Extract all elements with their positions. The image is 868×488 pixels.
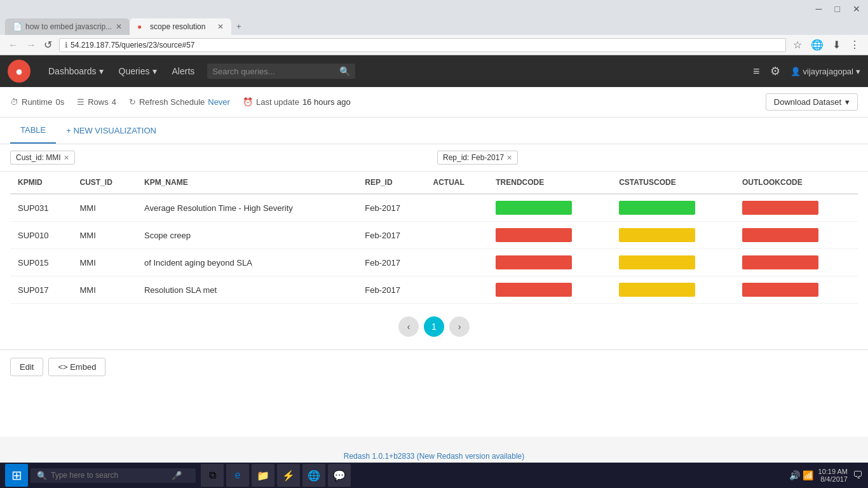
cust-filter-remove[interactable]: ✕ bbox=[64, 154, 69, 162]
alerts-label: Alerts bbox=[172, 66, 195, 76]
extension-1[interactable]: 🌐 bbox=[808, 37, 827, 52]
tab-table[interactable]: TABLE bbox=[10, 118, 56, 144]
tab-title-2: scope resolution bbox=[150, 22, 205, 31]
cell-outlookcode bbox=[735, 194, 858, 222]
download-dataset-button[interactable]: Download Dataset ▾ bbox=[766, 93, 858, 111]
cell-rep-id: Feb-2017 bbox=[357, 222, 425, 249]
page-1-button[interactable]: 1 bbox=[424, 316, 444, 337]
cell-kpm-name: Scope creep bbox=[137, 222, 357, 249]
dashboards-chevron: ▾ bbox=[99, 66, 104, 76]
menu-button[interactable]: ⋮ bbox=[846, 37, 863, 52]
queries-menu[interactable]: Queries ▾ bbox=[111, 55, 165, 87]
tab-close-1[interactable]: ✕ bbox=[116, 22, 122, 31]
cell-trendcode bbox=[488, 194, 611, 222]
start-button[interactable]: ⊞ bbox=[5, 464, 28, 482]
taskbar-app-taskview[interactable]: ⧉ bbox=[201, 464, 224, 482]
brand-icon: ● bbox=[15, 64, 23, 79]
taskbar-time: 10:19 AM bbox=[818, 468, 848, 475]
browser-nav-buttons[interactable]: ← → ↺ bbox=[5, 37, 55, 52]
cust-filter-tag[interactable]: Cust_id: MMI ✕ bbox=[10, 151, 75, 165]
taskbar-clock: 10:19 AM 8/4/2017 bbox=[818, 468, 848, 482]
cell-kpm-name: Resolution SLA met bbox=[137, 276, 357, 304]
cell-rep-id: Feb-2017 bbox=[357, 194, 425, 222]
cell-outlookcode bbox=[735, 276, 858, 304]
alerts-menu[interactable]: Alerts bbox=[165, 55, 203, 87]
back-button[interactable]: ← bbox=[5, 37, 22, 52]
navbar: ● Dashboards ▾ Queries ▾ Alerts 🔍 ≡ ⚙ 👤 … bbox=[0, 55, 868, 87]
forward-button[interactable]: → bbox=[23, 37, 39, 52]
refresh-icon: ↻ bbox=[129, 97, 136, 107]
brand-logo[interactable]: ● bbox=[8, 60, 31, 83]
cell-kpmid: SUP017 bbox=[10, 276, 72, 304]
new-tab-button[interactable]: + bbox=[231, 18, 247, 35]
minimize-button[interactable]: ─ bbox=[812, 3, 826, 15]
search-icon: 🔍 bbox=[339, 66, 350, 76]
cell-kpm-name: Average Resolution Time - High Severity bbox=[137, 194, 357, 222]
address-bar[interactable]: ℹ 54.219.187.75/queries/23/source#57 bbox=[59, 38, 786, 52]
embed-label: <> Embed bbox=[58, 362, 96, 372]
col-header-kpm-name: KPM_NAME bbox=[137, 172, 357, 194]
taskbar-search[interactable]: 🔍 🎤 bbox=[31, 468, 196, 483]
new-visualization-button[interactable]: + NEW VISUALIZATION bbox=[56, 118, 166, 143]
cell-cstatuscode bbox=[611, 194, 735, 222]
cell-kpmid: SUP031 bbox=[10, 194, 72, 222]
refresh-value[interactable]: Never bbox=[208, 97, 230, 107]
taskbar-app-skype[interactable]: 💬 bbox=[328, 464, 351, 482]
browser-addressbar: ← → ↺ ℹ 54.219.187.75/queries/23/source#… bbox=[0, 35, 868, 55]
bookmark-button[interactable]: ☆ bbox=[790, 37, 805, 52]
last-update-meta: ⏰ Last update 16 hours ago bbox=[243, 97, 351, 107]
browser-window-controls[interactable]: ─ □ ✕ bbox=[812, 3, 864, 15]
taskbar: ⊞ 🔍 🎤 ⧉ e 📁 ⚡ 🌐 💬 🔊 📶 10:19 AM 8/4/2017 … bbox=[0, 463, 868, 482]
filter-left: Cust_id: MMI ✕ bbox=[10, 151, 431, 165]
taskbar-apps: ⧉ e 📁 ⚡ 🌐 💬 bbox=[201, 464, 351, 482]
reload-button[interactable]: ↺ bbox=[41, 37, 55, 52]
windows-icon: ⊞ bbox=[11, 468, 22, 482]
table-row: SUP031 MMI Average Resolution Time - Hig… bbox=[10, 194, 858, 222]
user-label: vijayrajagopal bbox=[803, 67, 854, 76]
taskbar-app-dev[interactable]: ⚡ bbox=[277, 464, 300, 482]
search-box[interactable]: 🔍 bbox=[207, 64, 355, 79]
refresh-meta: ↻ Refresh Schedule Never bbox=[129, 97, 230, 107]
taskbar-app-explorer[interactable]: 📁 bbox=[252, 464, 275, 482]
edit-button[interactable]: Edit bbox=[10, 358, 43, 376]
redash-version-link[interactable]: Redash 1.0.1+b2833 bbox=[344, 452, 415, 461]
table-row: SUP015 MMI of Incident aging beyond SLA … bbox=[10, 249, 858, 276]
notification-icon[interactable]: 🗨 bbox=[853, 470, 863, 481]
rep-filter-label: Rep_id: Feb-2017 bbox=[443, 153, 504, 162]
maximize-button[interactable]: □ bbox=[831, 3, 844, 15]
cell-outlookcode bbox=[735, 249, 858, 276]
prev-page-button[interactable]: ‹ bbox=[398, 316, 419, 337]
rows-value: 4 bbox=[112, 97, 116, 107]
search-input[interactable] bbox=[212, 67, 339, 76]
user-menu[interactable]: 👤 vijayrajagopal ▾ bbox=[790, 67, 861, 76]
rows-label: Rows bbox=[88, 97, 109, 107]
cell-actual bbox=[425, 276, 488, 304]
dashboards-menu[interactable]: Dashboards ▾ bbox=[41, 55, 111, 87]
tab-table-label: TABLE bbox=[20, 125, 46, 135]
extension-2[interactable]: ⬇ bbox=[829, 37, 844, 52]
rep-filter-tag[interactable]: Rep_id: Feb-2017 ✕ bbox=[437, 151, 518, 165]
col-header-actual: ACTUAL bbox=[425, 172, 488, 194]
rep-filter-remove[interactable]: ✕ bbox=[506, 154, 512, 162]
taskbar-app-edge[interactable]: e bbox=[226, 464, 249, 482]
cell-rep-id: Feb-2017 bbox=[357, 249, 425, 276]
cell-actual bbox=[425, 249, 488, 276]
close-button[interactable]: ✕ bbox=[849, 3, 864, 15]
taskbar-search-input[interactable] bbox=[51, 471, 165, 480]
tab-close-2[interactable]: ✕ bbox=[217, 22, 224, 31]
cell-trendcode bbox=[488, 222, 611, 249]
database-icon[interactable]: ≡ bbox=[753, 65, 760, 78]
cell-outlookcode bbox=[735, 222, 858, 249]
taskbar-app-chrome[interactable]: 🌐 bbox=[302, 464, 325, 482]
next-page-button[interactable]: › bbox=[449, 316, 470, 337]
cell-cstatuscode bbox=[611, 249, 735, 276]
browser-tab-2[interactable]: ● scope resolution ✕ bbox=[130, 18, 231, 35]
settings-icon[interactable]: ⚙ bbox=[770, 64, 780, 78]
table-container: KPMID CUST_ID KPM_NAME REP_ID ACTUAL TRE… bbox=[0, 172, 868, 304]
data-table: KPMID CUST_ID KPM_NAME REP_ID ACTUAL TRE… bbox=[10, 172, 858, 304]
embed-button[interactable]: <> Embed bbox=[48, 358, 105, 376]
toolbar-left: ⏱ Runtime 0s ☰ Rows 4 ↻ Refresh Schedule… bbox=[10, 97, 351, 107]
browser-tab-1[interactable]: 📄 how to embed javascrip... ✕ bbox=[5, 18, 130, 35]
cell-cstatuscode bbox=[611, 276, 735, 304]
taskbar-system-icons: 🔊 📶 bbox=[789, 470, 813, 480]
